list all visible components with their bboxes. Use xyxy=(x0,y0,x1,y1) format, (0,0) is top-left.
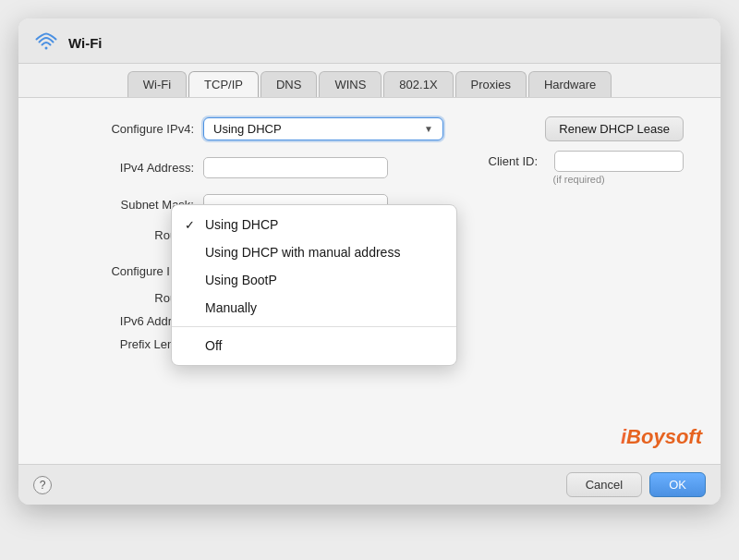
action-buttons: Cancel OK xyxy=(566,472,706,497)
bottom-bar: ? Cancel OK xyxy=(18,464,721,505)
renew-dhcp-button[interactable]: Renew DHCP Lease xyxy=(545,116,684,141)
dropdown-arrow-icon: ▼ xyxy=(424,124,433,134)
menu-item-manually[interactable]: Manually xyxy=(172,294,456,322)
wifi-icon xyxy=(33,30,59,55)
tabs-bar: Wi-Fi TCP/IP DNS WINS 802.1X Proxies Har… xyxy=(18,64,721,98)
tab-wifi[interactable]: Wi-Fi xyxy=(127,71,187,97)
watermark: iBoysoft xyxy=(621,425,702,449)
ok-button[interactable]: OK xyxy=(649,472,706,497)
configure-ipv4-label: Configure IPv4: xyxy=(55,122,203,136)
menu-item-using-bootp[interactable]: Using BootP xyxy=(172,266,456,294)
titlebar: Wi-Fi xyxy=(18,18,721,64)
ipv4-address-label: IPv4 Address: xyxy=(55,161,203,175)
client-id-right: Client ID: (if required) xyxy=(489,151,684,185)
content-area: Configure IPv4: Using DHCP ▼ Renew DHCP … xyxy=(18,98,721,505)
client-id-hint: (if required) xyxy=(553,174,605,185)
client-id-label: Client ID: xyxy=(489,154,547,168)
main-window: Wi-Fi Wi-Fi TCP/IP DNS WINS 802.1X Proxi… xyxy=(18,18,721,505)
tab-wins[interactable]: WINS xyxy=(319,71,382,97)
watermark-brand: Boysoft xyxy=(626,425,702,448)
client-id-section: Client ID: (if required) xyxy=(489,151,684,185)
menu-item-using-dhcp-manual[interactable]: Using DHCP with manual address xyxy=(172,238,456,266)
tab-proxies[interactable]: Proxies xyxy=(455,71,527,97)
configure-ipv4-menu: Using DHCP Using DHCP with manual addres… xyxy=(171,204,457,366)
right-section: Renew DHCP Lease xyxy=(545,116,684,141)
tab-tcpip[interactable]: TCP/IP xyxy=(188,71,259,97)
ipv4-address-control xyxy=(203,157,479,178)
svg-point-0 xyxy=(45,47,48,50)
menu-item-using-dhcp[interactable]: Using DHCP xyxy=(172,211,456,238)
menu-item-off[interactable]: Off xyxy=(172,332,456,359)
configure-ipv4-selected: Using DHCP xyxy=(213,122,282,136)
tab-hardware[interactable]: Hardware xyxy=(528,71,612,97)
ipv4-address-row: IPv4 Address: Client ID: (if required) xyxy=(55,151,684,185)
configure-ipv4-control: Using DHCP ▼ xyxy=(203,117,536,140)
ipv4-address-input[interactable] xyxy=(203,157,388,178)
tab-dot1x[interactable]: 802.1X xyxy=(383,71,453,97)
configure-ipv4-row: Configure IPv4: Using DHCP ▼ Renew DHCP … xyxy=(55,116,684,141)
configure-ipv4-dropdown[interactable]: Using DHCP ▼ xyxy=(203,117,443,140)
window-title: Wi-Fi xyxy=(68,35,103,51)
client-id-input[interactable] xyxy=(554,151,684,172)
help-button[interactable]: ? xyxy=(33,476,52,494)
cancel-button[interactable]: Cancel xyxy=(566,472,642,497)
tab-dns[interactable]: DNS xyxy=(260,71,317,97)
dropdown-separator xyxy=(172,326,456,327)
